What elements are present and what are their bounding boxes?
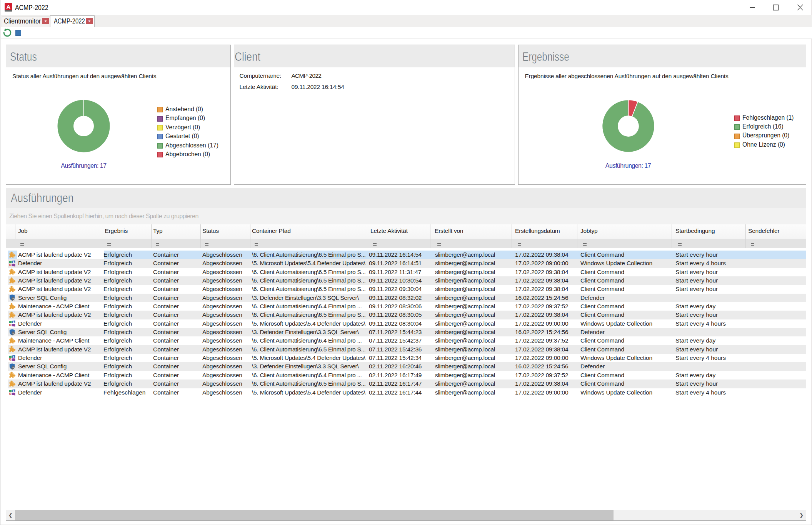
svg-text:A: A [7,3,11,10]
